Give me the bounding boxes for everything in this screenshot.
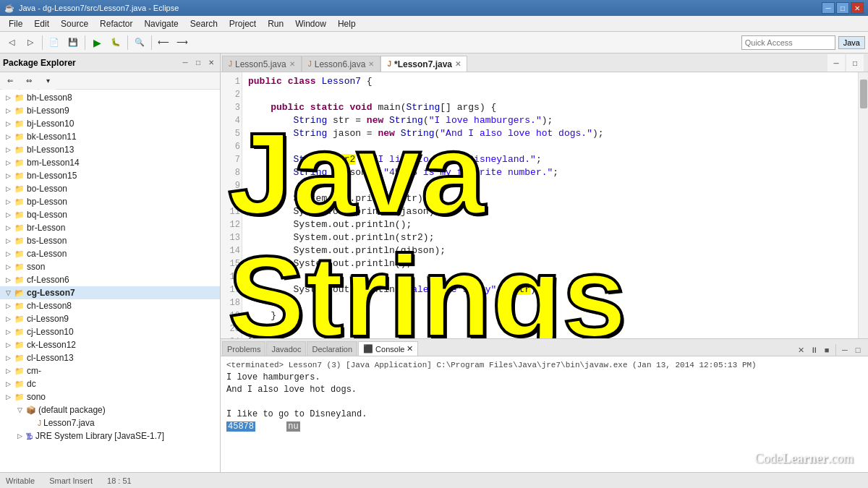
list-item[interactable]: ▷📁ch-Lesson8 — [0, 299, 220, 312]
restore-button[interactable]: □ — [836, 2, 849, 14]
tab-problems[interactable]: Problems — [222, 341, 265, 356]
console-maximize-btn[interactable]: □ — [852, 344, 864, 356]
console-terminate-btn[interactable]: ■ — [821, 344, 833, 356]
list-item[interactable]: ▷📁ci-Lesson9 — [0, 312, 220, 325]
list-item[interactable]: ▷📁ck-Lesson12 — [0, 338, 220, 351]
smart-insert-label: Smart Insert — [49, 476, 93, 485]
menu-navigate[interactable]: Navigate — [138, 17, 184, 30]
list-item[interactable]: ▷📁bk-Lesson11 — [0, 130, 220, 143]
status-bar: Writable Smart Insert 18 : 51 — [0, 472, 868, 488]
list-item[interactable]: ▷📁cj-Lesson10 — [0, 325, 220, 338]
menu-search[interactable]: Search — [184, 17, 224, 30]
list-item[interactable]: ▷📁bo-Lesson — [0, 182, 220, 195]
code-content[interactable]: public class Lesson7 { public static voi… — [242, 72, 858, 338]
window-title: Java - dg-Lesson7/src/Lesson7.java - Ecl… — [19, 4, 179, 12]
perspective-java[interactable]: Java — [838, 36, 865, 49]
toolbar-sep-2 — [85, 35, 85, 50]
tab-lesson7[interactable]: J *Lesson7.java ✕ — [380, 56, 467, 72]
list-item[interactable]: ▷📁cm- — [0, 364, 220, 377]
tab-close-lesson6[interactable]: ✕ — [368, 60, 374, 68]
console-icon: ⬛ — [363, 344, 373, 354]
editor-scrollbar-vertical[interactable] — [858, 72, 868, 338]
toolbar-forward-btn[interactable]: ▷ — [22, 34, 39, 51]
panel-close-btn[interactable]: ✕ — [205, 57, 217, 69]
tab-label-lesson6: Lesson6.java — [315, 59, 366, 69]
bottom-tab-actions: ✕ ⏸ ■ ─ □ — [795, 344, 867, 356]
list-item[interactable]: ▷📁cl-Lesson13 — [0, 351, 220, 364]
menu-source[interactable]: Source — [55, 17, 94, 30]
list-item[interactable]: ▷📁bl-Lesson13 — [0, 143, 220, 156]
console-pause-btn[interactable]: ⏸ — [808, 344, 820, 356]
list-item-lesson7[interactable]: JLesson7.java — [0, 416, 220, 429]
editor-tabs: J Lesson5.java ✕ J Lesson6.java ✕ J *Les… — [221, 53, 868, 72]
list-item[interactable]: ▷📁bs-Lesson — [0, 234, 220, 247]
tab-declaration[interactable]: Declaration — [307, 341, 357, 356]
quick-access-input[interactable] — [741, 35, 835, 50]
tab-close-lesson7[interactable]: ✕ — [455, 60, 461, 68]
menu-window[interactable]: Window — [289, 17, 332, 30]
list-item[interactable]: ▷📁bn-Lesson15 — [0, 169, 220, 182]
tab-label-javadoc: Javadoc — [271, 345, 301, 354]
tab-label-lesson5: Lesson5.java — [235, 59, 286, 69]
package-explorer-header: Package Explorer ─ □ ✕ — [0, 53, 220, 72]
link-editor-btn[interactable]: ⇔ — [20, 72, 38, 90]
scroll-thumb[interactable] — [860, 80, 867, 108]
console-tab-close[interactable]: ✕ — [407, 344, 413, 354]
menu-refactor[interactable]: Refactor — [94, 17, 138, 30]
list-item[interactable]: ▷📁bi-Lesson9 — [0, 104, 220, 117]
list-item[interactable]: ▷📁bm-Lesson14 — [0, 156, 220, 169]
close-button[interactable]: ✕ — [851, 2, 864, 14]
toolbar-next-edit-btn[interactable]: ⟶ — [174, 34, 191, 51]
writable-label: Writable — [6, 476, 35, 485]
list-item[interactable]: ▷📁bq-Lesson — [0, 208, 220, 221]
list-item[interactable]: ▷📁bh-Lesson8 — [0, 91, 220, 104]
list-item[interactable]: ▷📁bj-Lesson10 — [0, 117, 220, 130]
editor-maximize-btn[interactable]: □ — [846, 54, 864, 72]
menu-file[interactable]: File — [3, 17, 28, 30]
toolbar-sep-1 — [42, 35, 43, 50]
view-menu-btn[interactable]: ▾ — [39, 72, 56, 90]
menu-project[interactable]: Project — [224, 17, 262, 30]
tab-label-problems: Problems — [227, 345, 260, 354]
panel-maximize-btn[interactable]: □ — [192, 57, 204, 69]
tab-javadoc[interactable]: Javadoc — [266, 341, 306, 356]
list-item[interactable]: ▽📂cg-Lesson7 — [0, 286, 220, 299]
toolbar-run-btn[interactable]: ▶ — [88, 34, 106, 51]
toolbar-debug-btn[interactable]: 🐛 — [107, 34, 124, 51]
collapse-all-btn[interactable]: ⇐ — [1, 72, 19, 90]
list-item[interactable]: ▽📦(default package) — [0, 403, 220, 416]
tab-label-lesson7: *Lesson7.java — [394, 59, 452, 69]
toolbar-search-btn[interactable]: 🔍 — [131, 34, 148, 51]
toolbar-prev-edit-btn[interactable]: ⟵ — [155, 34, 172, 51]
panel-minimize-btn[interactable]: ─ — [179, 57, 191, 69]
menu-run[interactable]: Run — [262, 17, 289, 30]
package-explorer-panel: Package Explorer ─ □ ✕ ⇐ ⇔ ▾ ▷📁bh-Lesson… — [0, 53, 221, 472]
minimize-button[interactable]: ─ — [822, 2, 835, 14]
editor-minimize-btn[interactable]: ─ — [827, 54, 845, 72]
list-item[interactable]: ▷📁bp-Lesson — [0, 195, 220, 208]
list-item[interactable]: ▷📁ca-Lesson — [0, 247, 220, 260]
tab-console[interactable]: ⬛ Console ✕ — [358, 341, 418, 356]
list-item[interactable]: ▷📁sson — [0, 260, 220, 273]
list-item[interactable]: ▷📁br-Lesson — [0, 221, 220, 234]
list-item[interactable]: ▷📁cf-Lesson6 — [0, 273, 220, 286]
console-line-2: And I also love hot dogs. — [226, 384, 862, 396]
toolbar-save-btn[interactable]: 💾 — [64, 34, 82, 51]
panel-header-actions: ─ □ ✕ — [179, 57, 217, 69]
quick-access-area: Java — [741, 35, 865, 50]
tab-lesson6[interactable]: J Lesson6.java ✕ — [302, 56, 381, 72]
title-bar-controls: ─ □ ✕ — [822, 2, 864, 14]
tab-lesson5[interactable]: J Lesson5.java ✕ — [222, 56, 302, 72]
tab-close-lesson5[interactable]: ✕ — [289, 60, 295, 68]
toolbar-back-btn[interactable]: ◁ — [3, 34, 20, 51]
console-line-5: 45878 nu — [226, 421, 862, 433]
list-item[interactable]: ▷📁sono — [0, 390, 220, 403]
list-item[interactable]: ▷📁dc — [0, 377, 220, 390]
console-minimize-btn[interactable]: ─ — [839, 344, 851, 356]
console-clear-btn[interactable]: ✕ — [795, 344, 807, 356]
package-tree[interactable]: ▷📁bh-Lesson8 ▷📁bi-Lesson9 ▷📁bj-Lesson10 … — [0, 90, 220, 472]
list-item-jre[interactable]: ▷🗜JRE System Library [JavaSE-1.7] — [0, 429, 220, 442]
menu-help[interactable]: Help — [332, 17, 362, 30]
toolbar-new-btn[interactable]: 📄 — [46, 34, 63, 51]
menu-edit[interactable]: Edit — [28, 17, 55, 30]
